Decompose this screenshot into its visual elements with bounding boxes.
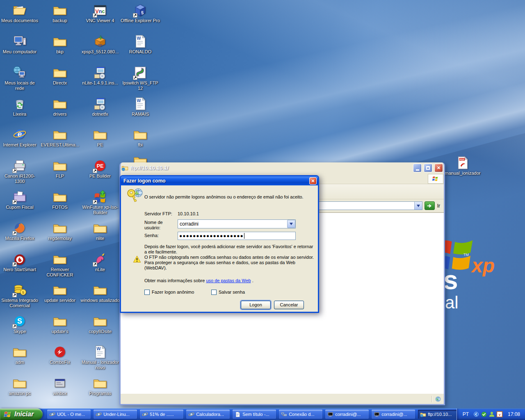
- desktop-icon[interactable]: backup: [40, 3, 80, 23]
- desktop-icon-label: PE Builder: [89, 173, 111, 179]
- desktop-icon[interactable]: dotnetfx: [80, 97, 120, 117]
- desktop-icon[interactable]: RONALDO: [121, 34, 160, 55]
- task-icon: [420, 411, 426, 418]
- desktop-icon[interactable]: Directx: [40, 66, 80, 86]
- desktop-icon[interactable]: Meus documentos: [0, 3, 39, 23]
- username-combobox[interactable]: corradini: [178, 219, 296, 228]
- desktop-icon[interactable]: EVEREST.Ultima...: [40, 128, 80, 148]
- desktop-icon[interactable]: Manual - Ionizador novo: [80, 345, 120, 370]
- desktop-icon[interactable]: FLP: [40, 159, 80, 179]
- webdav-link[interactable]: uso de pastas da Web: [206, 278, 251, 283]
- desktop-icon[interactable]: windows atualizado: [80, 283, 120, 303]
- desktop-icon[interactable]: VNC Viewer 4: [80, 3, 120, 23]
- go-button[interactable]: [425, 201, 435, 210]
- taskbar-task[interactable]: Sem título -...: [233, 410, 276, 419]
- desktop-icon[interactable]: Programas: [80, 376, 120, 396]
- chevron-down-icon: [290, 223, 293, 225]
- desktop-icon[interactable]: copyBDsite: [80, 314, 120, 334]
- desktop-icon[interactable]: Lixeira: [0, 97, 39, 117]
- desktop-icon[interactable]: Offline Explorer Pro: [121, 3, 160, 23]
- desktop-icon[interactable]: PE: [80, 128, 120, 148]
- desktop-icon[interactable]: regdemolay: [40, 221, 80, 241]
- desktop-icon-image: [53, 66, 67, 80]
- desktop-icon-label: xpsp3_5512.080...: [82, 49, 119, 55]
- maximize-button[interactable]: [424, 164, 432, 172]
- tray-icon[interactable]: [488, 411, 495, 418]
- desktop-icon[interactable]: PE Builder: [80, 159, 120, 179]
- logon-button[interactable]: Logon: [241, 301, 271, 309]
- desktop-icon[interactable]: Mozilla Firefox: [0, 221, 39, 241]
- minimize-button[interactable]: [413, 164, 422, 172]
- username-value: corradini: [178, 221, 287, 227]
- desktop-icon[interactable]: update's: [40, 314, 80, 334]
- desktop-icon-image: [93, 221, 107, 235]
- desktop-icon[interactable]: fbi: [121, 128, 160, 148]
- desktop-icon[interactable]: amazon pc: [0, 376, 39, 396]
- desktop-icon-label: PE: [97, 142, 103, 148]
- start-button[interactable]: Iniciar: [0, 409, 43, 420]
- desktop-icon[interactable]: Meu computador: [0, 34, 39, 55]
- task-icon: [374, 411, 380, 418]
- desktop-icon-label: adm: [15, 360, 24, 365]
- desktop-icon[interactable]: nLite: [80, 252, 120, 272]
- desktop-icon[interactable]: Nero StartSmart: [0, 252, 39, 272]
- desktop-icon-label: nLite: [95, 267, 105, 272]
- window-titlebar[interactable]: ftp://10.10.10.1/ ✕: [119, 162, 445, 173]
- close-button[interactable]: ✕: [434, 164, 443, 172]
- go-label[interactable]: Ir: [437, 203, 442, 209]
- desktop-icon[interactable]: update servidor: [40, 283, 80, 303]
- dialog-close-button[interactable]: ✕: [309, 177, 317, 185]
- desktop-icon[interactable]: Canon iR1200-1300: [0, 159, 39, 184]
- taskbar-task[interactable]: ftp://10.10...: [418, 410, 456, 419]
- desktop-icon[interactable]: Skype: [0, 314, 39, 334]
- desktop-icon[interactable]: nlite: [80, 221, 120, 241]
- desktop-icon-label: fbi: [138, 142, 143, 148]
- start-label: Iniciar: [14, 411, 34, 418]
- task-icon: [49, 411, 55, 418]
- desktop-icon[interactable]: WinFuture xp-Iso-Builder: [80, 190, 120, 215]
- desktop-icon[interactable]: xpsp3_5512.080...: [80, 34, 120, 55]
- anonymous-checkbox[interactable]: [144, 290, 150, 295]
- language-indicator[interactable]: PT: [463, 411, 469, 417]
- desktop-icon[interactable]: Internet Explorer: [0, 128, 39, 148]
- task-label: ftp://10.10...: [428, 412, 452, 417]
- tray-icon[interactable]: [496, 411, 503, 418]
- desktop-icon[interactable]: Remover CONFICKER: [40, 252, 80, 278]
- ftp-warning-text: O FTP não criptografa nem codifica senha…: [144, 255, 314, 271]
- task-icon: [188, 411, 194, 418]
- desktop-icon[interactable]: RAMAIS: [121, 97, 160, 117]
- desktop-icon[interactable]: winbox: [40, 376, 80, 396]
- taskbar-task[interactable]: UOL - O me...: [47, 410, 91, 419]
- username-dropdown-button[interactable]: [287, 220, 295, 228]
- desktop-icon[interactable]: ComboFix: [40, 345, 80, 365]
- tray-icon[interactable]: [473, 411, 479, 418]
- desktop-icon[interactable]: manual_ionizador: [443, 156, 482, 176]
- desktop-icon[interactable]: adm: [0, 345, 39, 365]
- desktop-icon[interactable]: Meus locais de rede: [0, 66, 39, 91]
- desktop-icon[interactable]: bkp: [40, 34, 80, 55]
- statusbar-separator: [431, 396, 432, 402]
- save-password-checkbox[interactable]: [211, 290, 217, 295]
- password-field[interactable]: ●●●●●●●●●●●●●●●●●●●: [178, 232, 296, 240]
- go-arrow-icon: [427, 203, 432, 209]
- taskbar-task[interactable]: 51% de ......: [140, 410, 183, 419]
- taskbar-task[interactable]: corradini@...: [372, 410, 415, 419]
- taskbar-task[interactable]: Under-Linu...: [94, 410, 137, 419]
- taskbar-task[interactable]: corradini@...: [325, 410, 369, 419]
- desktop-icon[interactable]: Ipswitch WS_FTP 12: [121, 66, 160, 91]
- taskbar-task[interactable]: Calculadora...: [186, 410, 230, 419]
- clock[interactable]: 17:08: [508, 411, 520, 417]
- desktop-icon[interactable]: FOTOS: [40, 190, 80, 210]
- desktop-icon[interactable]: Cupom Fiscal: [0, 190, 39, 210]
- tray-icon[interactable]: [481, 411, 487, 418]
- address-dropdown-button[interactable]: [414, 202, 422, 210]
- desktop-icon-image: [53, 128, 67, 142]
- desktop-icon[interactable]: drivers: [40, 97, 80, 117]
- desktop-icon-label: Offline Explorer Pro: [121, 18, 160, 23]
- cancel-button[interactable]: Cancelar: [274, 301, 304, 309]
- desktop-icon[interactable]: Sistema Integrado Comercial: [0, 283, 39, 308]
- taskbar-task[interactable]: Conexão d...: [279, 410, 322, 419]
- dialog-titlebar[interactable]: Fazer logon como ✕: [121, 176, 318, 185]
- desktop-icon-image: [53, 221, 67, 235]
- desktop-icon[interactable]: nLite-1.4.9.1.ins...: [80, 66, 120, 86]
